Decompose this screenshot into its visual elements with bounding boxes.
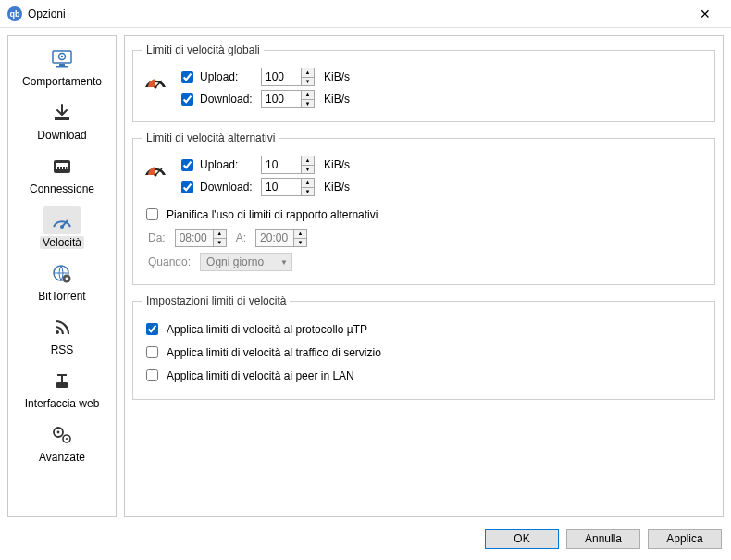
- schedule-label: Pianifica l'uso di limiti di rapporto al…: [167, 208, 378, 221]
- titlebar: qb Opzioni ✕: [0, 0, 731, 28]
- sidebar-item-label: Velocità: [40, 236, 84, 249]
- svg-rect-18: [56, 382, 68, 388]
- sidebar-item-label: BitTorrent: [35, 290, 88, 303]
- spin-up-icon[interactable]: ▲: [302, 156, 314, 166]
- from-label: Da:: [148, 231, 166, 244]
- global-limits-group: Limiti di velocità globali Upload: ▲▼ Ki…: [132, 44, 715, 122]
- spin-down-icon[interactable]: ▼: [302, 78, 314, 86]
- spin-up-icon[interactable]: ▲: [302, 68, 314, 78]
- sidebar-item-speed[interactable]: Velocità: [8, 203, 116, 256]
- global-upload-spinner[interactable]: ▲▼: [261, 68, 315, 86]
- sidebar-item-download[interactable]: Download: [8, 95, 116, 149]
- lan-label: Applica limiti di velocità ai peer in LA…: [167, 369, 354, 382]
- alt-upload-checkbox[interactable]: [181, 159, 193, 171]
- alt-download-label: Download:: [200, 180, 253, 193]
- lan-checkbox[interactable]: [146, 369, 158, 381]
- cancel-button[interactable]: Annulla: [566, 529, 640, 549]
- sidebar-item-rss[interactable]: RSS: [8, 310, 116, 364]
- alternative-limits-legend: Limiti di velocità alternativi: [142, 131, 279, 144]
- ok-button[interactable]: OK: [485, 529, 559, 549]
- sidebar-item-bittorrent[interactable]: BitTorrent: [8, 256, 116, 310]
- svg-point-16: [66, 278, 68, 280]
- from-time-input[interactable]: [176, 230, 213, 246]
- when-select[interactable]: Ogni giorno ▼: [200, 253, 292, 271]
- alt-download-spinner[interactable]: ▲▼: [261, 178, 315, 196]
- spin-up-icon[interactable]: ▲: [302, 179, 314, 188]
- schedule-checkbox[interactable]: [146, 208, 158, 220]
- spin-up-icon[interactable]: ▲: [294, 230, 306, 239]
- global-download-checkbox[interactable]: [181, 93, 193, 106]
- unit-label: KiB/s: [324, 93, 350, 106]
- to-label: A:: [236, 231, 246, 244]
- unit-label: KiB/s: [324, 158, 350, 171]
- rate-limit-settings-legend: Impostazioni limiti di velocità: [142, 294, 290, 307]
- monitor-gear-icon: [43, 45, 81, 73]
- from-time-spinner[interactable]: ▲▼: [175, 229, 227, 247]
- global-upload-input[interactable]: [262, 68, 301, 85]
- close-button[interactable]: ✕: [687, 1, 724, 27]
- global-upload-checkbox[interactable]: [181, 71, 193, 83]
- window-title: Opzioni: [28, 7, 687, 20]
- overhead-checkbox[interactable]: [146, 346, 158, 358]
- utp-label: Applica limiti di velocità al protocollo…: [167, 323, 367, 336]
- gauge-icon: [142, 69, 168, 90]
- svg-point-24: [66, 438, 68, 440]
- when-value: Ogni giorno: [206, 255, 264, 268]
- alt-download-checkbox-label[interactable]: Download:: [178, 179, 255, 196]
- svg-point-26: [154, 85, 156, 88]
- spin-down-icon[interactable]: ▼: [302, 188, 314, 196]
- globe-gear-icon: [43, 260, 81, 288]
- sidebar-item-label: Comportamento: [19, 75, 105, 88]
- svg-point-17: [56, 330, 59, 334]
- global-download-input[interactable]: [262, 91, 301, 107]
- spin-down-icon[interactable]: ▼: [302, 100, 314, 108]
- alt-upload-input[interactable]: [262, 156, 301, 173]
- alt-upload-checkbox-label[interactable]: Upload:: [178, 156, 255, 174]
- alt-upload-label: Upload:: [200, 158, 238, 171]
- app-icon: qb: [7, 6, 22, 21]
- overhead-label: Applica limiti di velocità al traffico d…: [167, 346, 381, 359]
- sidebar-item-connection[interactable]: Connessione: [8, 149, 116, 203]
- to-time-input[interactable]: [256, 230, 293, 246]
- chevron-down-icon: ▼: [280, 258, 288, 267]
- sidebar-item-label: RSS: [48, 343, 77, 356]
- svg-rect-5: [55, 117, 69, 120]
- when-label: Quando:: [148, 255, 191, 268]
- sidebar-item-advanced[interactable]: Avanzate: [8, 417, 116, 471]
- sidebar-item-behaviour[interactable]: Comportamento: [8, 42, 116, 95]
- svg-rect-2: [56, 66, 68, 68]
- apply-button[interactable]: Applica: [648, 529, 722, 549]
- svg-rect-10: [63, 167, 65, 169]
- download-icon: [43, 99, 81, 127]
- global-download-checkbox-label[interactable]: Download:: [178, 91, 255, 108]
- global-upload-label: Upload:: [200, 70, 238, 83]
- svg-rect-9: [60, 167, 62, 169]
- unit-label: KiB/s: [324, 70, 350, 83]
- content-panel: Limiti di velocità globali Upload: ▲▼ Ki…: [124, 35, 724, 517]
- sidebar-item-label: Interfaccia web: [22, 397, 103, 410]
- speedometer-icon: [43, 206, 81, 234]
- rate-limit-settings-group: Impostazioni limiti di velocità Applica …: [132, 294, 715, 400]
- spin-down-icon[interactable]: ▼: [302, 166, 314, 174]
- sidebar-item-webui[interactable]: Interfaccia web: [8, 364, 116, 417]
- utp-checkbox[interactable]: [146, 323, 158, 335]
- alternative-limits-group: Limiti di velocità alternativi Upload: ▲…: [132, 131, 715, 285]
- alt-download-input[interactable]: [262, 179, 301, 195]
- server-icon: [43, 367, 81, 395]
- gears-icon: [43, 421, 81, 449]
- global-upload-checkbox-label[interactable]: Upload:: [178, 68, 255, 86]
- dialog-footer: OK Annulla Applica: [0, 525, 731, 553]
- svg-point-22: [57, 431, 60, 434]
- spin-down-icon[interactable]: ▼: [294, 239, 306, 247]
- alt-upload-spinner[interactable]: ▲▼: [261, 156, 315, 174]
- spin-up-icon[interactable]: ▲: [302, 91, 314, 100]
- svg-point-4: [61, 56, 63, 57]
- sidebar-item-label: Avanzate: [36, 451, 88, 464]
- sidebar: Comportamento Download Connessione Veloc…: [7, 35, 117, 517]
- to-time-spinner[interactable]: ▲▼: [255, 229, 307, 247]
- spin-down-icon[interactable]: ▼: [214, 239, 226, 247]
- global-download-spinner[interactable]: ▲▼: [261, 90, 315, 108]
- alt-download-checkbox[interactable]: [181, 181, 193, 193]
- global-limits-legend: Limiti di velocità globali: [142, 44, 264, 56]
- spin-up-icon[interactable]: ▲: [214, 230, 226, 239]
